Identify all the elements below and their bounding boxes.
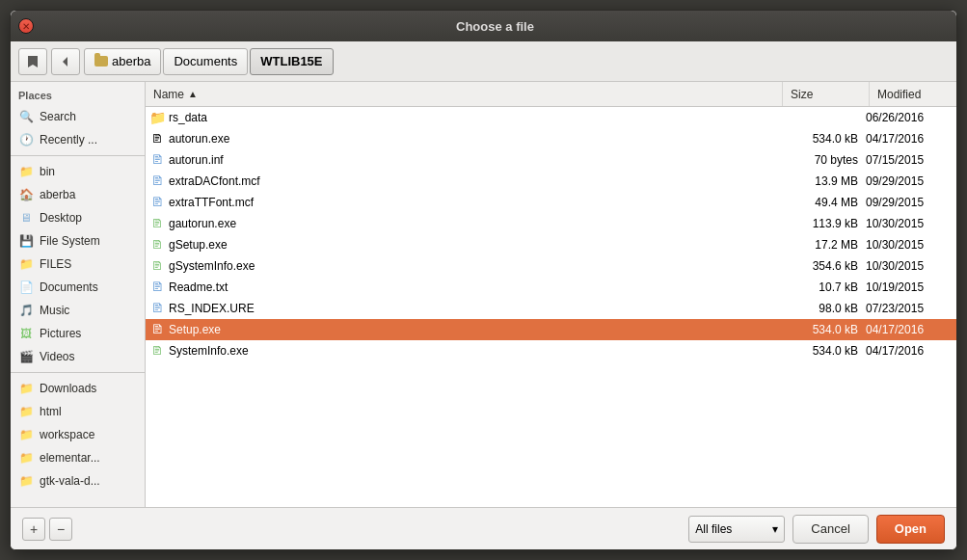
file-name: SystemInfo.exe <box>169 344 779 358</box>
sidebar-item-downloads[interactable]: 📁 Downloads <box>11 377 145 400</box>
sidebar-item-recently[interactable]: 🕐 Recently ... <box>11 128 145 151</box>
file-modified: 10/30/2015 <box>866 217 953 230</box>
file-size: 70 bytes <box>779 153 866 167</box>
sidebar-label-desktop: Desktop <box>40 211 82 225</box>
col-header-modified[interactable]: Modified <box>870 82 956 106</box>
file-size: 534.0 kB <box>779 344 866 358</box>
downloads-icon: 📁 <box>18 381 34 396</box>
file-row[interactable]: 🖹 autorun.inf 70 bytes 07/15/2015 <box>146 149 956 171</box>
file-name: Readme.txt <box>169 280 779 294</box>
videos-icon: 🎬 <box>18 349 34 364</box>
file-name: extraTTFont.mcf <box>169 196 779 209</box>
back-icon <box>58 54 73 69</box>
add-location-button[interactable]: + <box>22 518 45 541</box>
cancel-button[interactable]: Cancel <box>792 515 868 544</box>
sidebar-label-downloads: Downloads <box>40 382 96 395</box>
file-modified: 07/23/2015 <box>866 302 953 315</box>
file-icon: 🖹 <box>149 195 165 210</box>
folder-icon <box>94 56 108 67</box>
elementar-icon: 📁 <box>18 450 34 466</box>
exe-icon: 🖹 <box>149 216 165 231</box>
file-row[interactable]: 🖹 SystemInfo.exe 534.0 kB 04/17/2016 <box>146 340 956 361</box>
sidebar-item-files[interactable]: 📁 FILES <box>11 253 145 276</box>
sort-arrow-icon: ▲ <box>188 89 198 99</box>
sidebar-label-videos: Videos <box>40 350 74 363</box>
places-header: Places <box>11 82 145 105</box>
main-content: Places 🔍 Search 🕐 Recently ... 📁 bin 🏠 a… <box>11 82 956 507</box>
file-size: 98.0 kB <box>779 302 866 315</box>
file-list-header: Name ▲ Size Modified <box>146 82 956 107</box>
file-type-select[interactable]: All files ▾ <box>688 516 785 543</box>
col-header-size[interactable]: Size <box>783 82 870 106</box>
file-row-selected[interactable]: 🖹 Setup.exe 534.0 kB 04/17/2016 <box>146 319 956 340</box>
breadcrumb-documents[interactable]: Documents <box>163 48 248 75</box>
sidebar-item-documents[interactable]: 📄 Documents <box>11 276 145 299</box>
exe-icon: 🖹 <box>149 131 165 147</box>
file-row[interactable]: 🖹 extraDACfont.mcf 13.9 MB 09/29/2015 <box>146 171 956 192</box>
file-row[interactable]: 🖹 gSystemInfo.exe 354.6 kB 10/30/2015 <box>146 255 956 277</box>
sidebar-item-videos[interactable]: 🎬 Videos <box>11 345 145 368</box>
file-row[interactable]: 🖹 autorun.exe 534.0 kB 04/17/2016 <box>146 128 956 149</box>
open-button[interactable]: Open <box>876 515 945 544</box>
sidebar-item-elementar[interactable]: 📁 elementar... <box>11 446 145 469</box>
sidebar: Places 🔍 Search 🕐 Recently ... 📁 bin 🏠 a… <box>11 82 146 507</box>
file-size: 113.9 kB <box>779 217 866 230</box>
file-size: 354.6 kB <box>779 259 866 273</box>
breadcrumb-aberba[interactable]: aberba <box>84 48 161 75</box>
sidebar-label-pictures: Pictures <box>40 327 81 340</box>
file-size: 534.0 kB <box>779 323 866 336</box>
breadcrumb-wtlib15e[interactable]: WTLIB15E <box>250 48 333 75</box>
file-row[interactable]: 🖹 Readme.txt 10.7 kB 10/19/2015 <box>146 277 956 298</box>
exe-icon: 🖹 <box>149 322 165 337</box>
col-name-label: Name <box>153 88 184 101</box>
recent-icon: 🕐 <box>18 132 34 147</box>
file-area: Name ▲ Size Modified 📁 rs_data 06/26/201… <box>146 82 956 507</box>
file-modified: 09/29/2015 <box>866 174 953 188</box>
file-modified: 09/29/2015 <box>866 196 953 209</box>
file-type-label: All files <box>695 522 732 536</box>
sidebar-item-bin[interactable]: 📁 bin <box>11 160 145 183</box>
file-name: gautorun.exe <box>169 217 779 230</box>
file-name: Setup.exe <box>169 323 779 336</box>
sidebar-item-workspace[interactable]: 📁 workspace <box>11 423 145 446</box>
bookmarks-button[interactable] <box>18 48 47 75</box>
exe-icon: 🖹 <box>149 237 165 253</box>
sidebar-label-bin: bin <box>40 165 55 178</box>
sidebar-item-pictures[interactable]: 🖼 Pictures <box>11 322 145 345</box>
file-row[interactable]: 🖹 gautorun.exe 113.9 kB 10/30/2015 <box>146 213 956 234</box>
sidebar-label-search: Search <box>40 110 76 123</box>
file-icon: 🖹 <box>149 301 165 316</box>
sidebar-item-aberba[interactable]: 🏠 aberba <box>11 183 145 206</box>
sidebar-item-desktop[interactable]: 🖥 Desktop <box>11 206 145 229</box>
file-name: gSetup.exe <box>169 238 779 252</box>
sidebar-item-search[interactable]: 🔍 Search <box>11 105 145 128</box>
workspace-icon: 📁 <box>18 427 34 442</box>
remove-location-button[interactable]: − <box>49 518 72 541</box>
file-row[interactable]: 🖹 gSetup.exe 17.2 MB 10/30/2015 <box>146 234 956 255</box>
file-icon: 🖹 <box>149 173 165 189</box>
titlebar: ✕ Choose a file <box>11 11 956 41</box>
sidebar-item-html[interactable]: 📁 html <box>11 400 145 423</box>
html-icon: 📁 <box>18 404 34 419</box>
file-name: gSystemInfo.exe <box>169 259 779 273</box>
music-icon: 🎵 <box>18 303 34 318</box>
bottom-bar: + − All files ▾ Cancel Open <box>11 507 956 549</box>
file-row[interactable]: 🖹 RS_INDEX.URE 98.0 kB 07/23/2015 <box>146 298 956 319</box>
sidebar-label-filesystem: File System <box>40 234 100 248</box>
file-icon: 🖹 <box>149 280 165 295</box>
file-modified: 04/17/2016 <box>866 323 953 336</box>
sidebar-label-music: Music <box>40 304 69 317</box>
sidebar-item-filesystem[interactable]: 💾 File System <box>11 229 145 253</box>
file-name: autorun.inf <box>169 153 779 167</box>
close-button[interactable]: ✕ <box>18 18 34 34</box>
minus-icon: − <box>57 521 65 537</box>
file-modified: 04/17/2016 <box>866 344 953 358</box>
file-row[interactable]: 📁 rs_data 06/26/2016 <box>146 107 956 128</box>
sidebar-item-music[interactable]: 🎵 Music <box>11 299 145 322</box>
sidebar-item-gtk-vala[interactable]: 📁 gtk-vala-d... <box>11 469 145 493</box>
window-controls: ✕ <box>18 18 34 34</box>
file-row[interactable]: 🖹 extraTTFont.mcf 49.4 MB 09/29/2015 <box>146 192 956 213</box>
file-icon: 🖹 <box>149 152 165 168</box>
back-button[interactable] <box>51 48 80 75</box>
col-header-name[interactable]: Name ▲ <box>146 82 783 106</box>
